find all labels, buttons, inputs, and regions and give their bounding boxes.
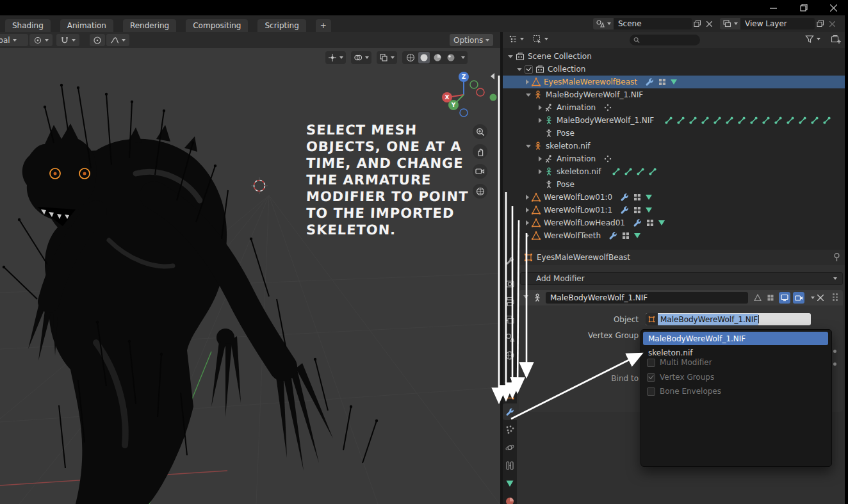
workspace-tab-animation[interactable]: Animation (60, 19, 113, 32)
view-layer-browse-dropdown[interactable] (720, 18, 740, 29)
workspace-tab-compositing[interactable]: Compositing (186, 19, 248, 32)
collection-checkbox[interactable] (525, 65, 533, 74)
mesh-data-icon[interactable] (646, 195, 652, 200)
vertex-groups-icon[interactable] (621, 231, 630, 240)
scene-name-field[interactable]: Scene (614, 18, 692, 29)
xray-toggle[interactable] (377, 51, 397, 64)
expand-icon[interactable] (539, 169, 542, 174)
object-field[interactable]: MaleBodyWereWolf_1.NIF (646, 313, 811, 325)
animate-property-dot[interactable] (833, 362, 836, 366)
drag-handle-icon[interactable] (833, 293, 838, 301)
expand-icon[interactable] (526, 220, 529, 225)
workspace-tab-shading[interactable]: Shading (5, 19, 51, 32)
outliner-search-box[interactable] (630, 35, 700, 45)
mesh-data-icon[interactable] (646, 207, 652, 213)
outliner-filter-mode-dropdown[interactable] (531, 35, 550, 44)
modifier-name-field[interactable]: MaleBodyWereWolf_1.NIF (546, 292, 748, 304)
zoom-button[interactable] (473, 124, 487, 139)
outliner-row-malebody-armature-data[interactable]: MaleBodyWereWolf_1.NIF (503, 114, 848, 127)
vertex-groups-icon[interactable] (633, 206, 642, 215)
outliner-row-animation[interactable]: Animation (503, 101, 848, 114)
tab-world[interactable] (503, 347, 517, 364)
outliner-row-werewolflow01-0[interactable]: WereWolfLow01:0 (503, 191, 848, 204)
modifier-wrench-icon[interactable] (608, 231, 617, 240)
multi-modifier-checkbox[interactable] (647, 359, 655, 367)
view-layer-name-field[interactable]: View Layer (740, 18, 815, 29)
expand-icon[interactable] (526, 195, 529, 200)
modifier-wrench-icon[interactable] (620, 206, 629, 215)
shading-material-button[interactable] (432, 52, 443, 63)
orthographic-toggle-button[interactable] (473, 184, 487, 199)
breadcrumb-object-name[interactable]: EyesMaleWerewolfBeast (537, 253, 630, 262)
outliner-row-animation[interactable]: Animation (503, 152, 848, 165)
tab-view-layer[interactable] (503, 311, 517, 328)
on-cage-toggle[interactable] (752, 292, 763, 304)
multi-modifier-row[interactable]: Multi Modifier (647, 358, 712, 367)
bone-envelopes-row[interactable]: Bone Envelopes (647, 387, 721, 396)
workspace-tab-rendering[interactable]: Rendering (123, 19, 176, 32)
vertex-groups-checkbox[interactable] (647, 373, 655, 382)
expand-icon[interactable] (526, 207, 529, 213)
tab-modifiers[interactable] (503, 403, 517, 420)
outliner-row-scene-collection[interactable]: Scene Collection (503, 50, 848, 63)
add-modifier-dropdown[interactable]: Add Modifier (520, 272, 843, 285)
collapse-icon[interactable] (526, 93, 531, 97)
gizmo-dropdown[interactable] (325, 51, 346, 64)
outliner-row-pose[interactable]: Pose (503, 178, 848, 191)
vertex-groups-row[interactable]: Vertex Groups (647, 373, 714, 382)
expand-icon[interactable] (539, 105, 542, 110)
modifier-wrench-icon[interactable] (645, 77, 654, 86)
outliner-row-werewolflowhead01[interactable]: WereWolfLowHead01 (503, 216, 848, 229)
panel-collapse-icon[interactable] (523, 295, 528, 298)
tab-scene[interactable] (503, 329, 517, 346)
expand-icon[interactable] (539, 156, 542, 161)
outliner-row-skeleton-armature-data[interactable]: skeleton.nif (503, 165, 848, 178)
outliner-row-collection[interactable]: Collection (503, 63, 848, 76)
expand-icon[interactable] (508, 55, 513, 58)
tab-tool[interactable] (503, 252, 517, 269)
new-view-layer-button[interactable] (815, 18, 826, 29)
outliner-row-werewolfteeth[interactable]: WereWolfTeeth (503, 229, 848, 242)
shading-wireframe-button[interactable] (405, 52, 416, 63)
new-scene-button[interactable] (692, 18, 703, 29)
tab-particles[interactable] (503, 421, 517, 438)
workspace-tab-scripting[interactable]: Scripting (257, 19, 306, 32)
navigation-gizmo[interactable]: Z X Y (438, 69, 497, 122)
vertex-groups-icon[interactable] (646, 218, 655, 227)
tab-material[interactable] (503, 493, 517, 504)
window-close-button[interactable] (824, 1, 843, 14)
options-dropdown[interactable]: Options (450, 34, 493, 46)
dropdown-item-skeleton-nif[interactable]: skeleton.nif (643, 346, 828, 359)
overlays-dropdown[interactable] (351, 51, 371, 64)
expand-icon[interactable] (526, 79, 529, 85)
window-restore-button[interactable] (794, 1, 813, 14)
modifier-wrench-icon[interactable] (620, 193, 629, 202)
unlink-scene-button[interactable] (703, 18, 715, 29)
outliner-row-werewolflow01-1[interactable]: WereWolfLow01:1 (503, 204, 848, 216)
expand-icon[interactable] (517, 68, 522, 71)
tab-output[interactable] (503, 293, 517, 310)
add-workspace-button[interactable]: + (316, 19, 331, 32)
shading-rendered-button[interactable] (445, 52, 457, 63)
outliner-row-pose[interactable]: Pose (503, 127, 848, 140)
pan-button[interactable] (473, 144, 487, 159)
tab-physics[interactable] (503, 439, 517, 456)
sidebar-collapse-arrow-icon[interactable] (491, 73, 494, 79)
expand-icon[interactable] (539, 118, 542, 123)
shading-solid-button[interactable] (418, 52, 430, 63)
search-input[interactable] (642, 36, 696, 45)
remove-view-layer-button[interactable] (826, 18, 838, 29)
outliner-row-malebody-armature[interactable]: MaleBodyWereWolf_1.NIF (503, 88, 848, 101)
bone-envelopes-checkbox[interactable] (647, 387, 655, 396)
edit-mode-display-toggle[interactable] (765, 292, 776, 304)
vertex-groups-icon[interactable] (658, 77, 667, 86)
vertex-groups-icon[interactable] (633, 193, 642, 202)
dropdown-item-malebodywerewolf[interactable]: MaleBodyWereWolf_1.NIF (643, 332, 828, 345)
expand-icon[interactable] (526, 233, 529, 238)
realtime-display-toggle[interactable] (779, 292, 790, 304)
outliner-filter-dropdown[interactable] (805, 35, 820, 44)
mesh-data-icon[interactable] (634, 233, 640, 238)
mesh-data-icon[interactable] (671, 79, 677, 85)
collapse-icon[interactable] (526, 145, 531, 148)
snap-dropdown[interactable] (56, 34, 79, 46)
